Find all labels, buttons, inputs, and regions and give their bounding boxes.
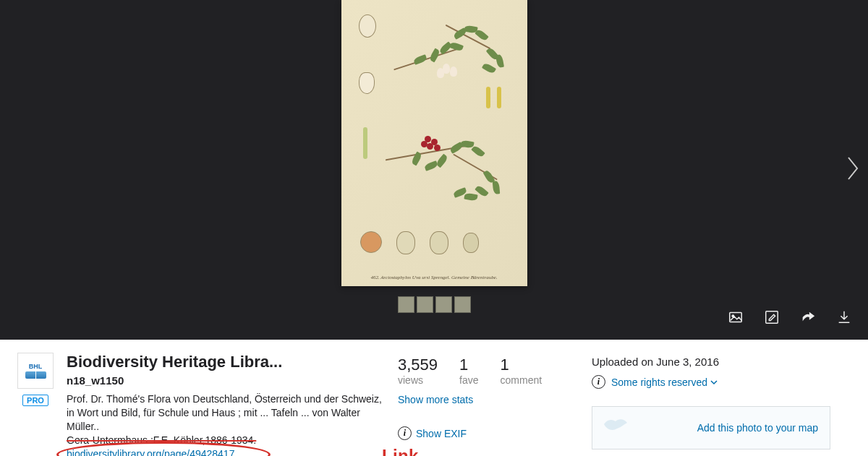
map-widget: Add this photo to your map	[592, 406, 830, 449]
info-icon: i	[398, 426, 412, 440]
thumb[interactable]	[417, 296, 433, 313]
upload-date: Uploaded on June 3, 2016	[592, 356, 830, 368]
pro-badge: PRO	[22, 395, 48, 406]
edit-icon[interactable]	[764, 309, 780, 328]
next-photo-button[interactable]	[842, 141, 864, 199]
show-more-stats-link[interactable]: Show more stats	[398, 394, 473, 405]
owner-avatar[interactable]: BHL	[17, 353, 54, 389]
bird-icon	[603, 414, 629, 437]
bhl-page-link[interactable]: biodiversitylibrary.org/page/49428417	[67, 448, 234, 456]
viewer-actions	[728, 309, 852, 328]
plate-caption: 462. Arctostaphylos Uva ursi Sprengel. G…	[341, 275, 527, 280]
annotation-text: Link to page in BHL from Flickr.	[382, 446, 433, 456]
photo-description: Prof. Dr. Thomé's Flora von Deutschland,…	[67, 392, 385, 456]
thumb[interactable]	[435, 296, 452, 313]
photo-title: n18_w1150	[67, 374, 385, 387]
views-count: 3,559	[398, 356, 438, 374]
download-icon[interactable]	[836, 309, 852, 328]
license-icon: i	[592, 375, 605, 389]
main-photo[interactable]: 462. Arctostaphylos Uva ursi Sprengel. G…	[341, 0, 527, 286]
filmstrip	[398, 296, 471, 313]
share-icon[interactable]	[800, 309, 816, 328]
photo-viewer: 462. Arctostaphylos Uva ursi Sprengel. G…	[0, 0, 868, 340]
faves-count: 1	[459, 356, 478, 374]
license-link[interactable]: Some rights reserved	[611, 377, 718, 388]
comments-count: 1	[501, 356, 542, 374]
show-exif-link[interactable]: Show EXIF	[416, 428, 467, 439]
sizes-icon[interactable]	[728, 309, 744, 328]
thumb[interactable]	[398, 296, 414, 313]
thumb[interactable]	[454, 296, 471, 313]
photo-stats: 3,559views 1fave 1comment	[398, 356, 579, 386]
add-to-map-link[interactable]: Add this photo to your map	[697, 422, 818, 434]
metadata-panel: BHL PRO Biodiversity Heritage Libra... n…	[0, 340, 868, 456]
owner-name[interactable]: Biodiversity Heritage Libra...	[67, 353, 385, 371]
